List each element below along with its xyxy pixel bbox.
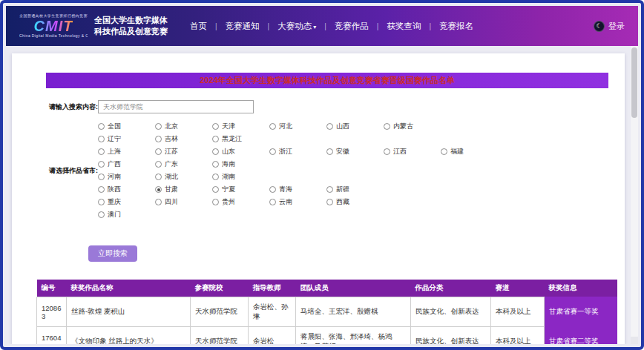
column-header: 团队成员 (296, 280, 411, 297)
province-option[interactable]: 青海 (269, 185, 326, 194)
province-option[interactable]: 福建 (441, 147, 498, 156)
province-option[interactable]: 内蒙古 (384, 122, 441, 131)
province-option-label: 贵州 (222, 197, 235, 207)
table-cell: 天水师范学院 (191, 327, 249, 345)
province-option[interactable]: 山西 (326, 122, 384, 131)
radio-icon (441, 148, 447, 155)
table-cell: 《文物印象 丝路上的天水》 (67, 327, 191, 345)
radio-icon (155, 174, 162, 180)
search-input[interactable] (98, 100, 254, 113)
radio-icon (384, 123, 390, 130)
province-option-label: 澳门 (108, 210, 121, 219)
radio-icon (269, 199, 276, 205)
site-title-line2: 科技作品及创意竞赛 (94, 26, 168, 37)
province-option[interactable]: 河北 (269, 122, 326, 131)
site-title-line1: 全国大学生数字媒体 (94, 15, 168, 26)
province-option[interactable]: 广东 (155, 159, 212, 169)
radio-icon (269, 148, 276, 155)
province-option[interactable]: 浙江 (269, 147, 326, 156)
column-header: 编号 (37, 280, 67, 297)
province-option[interactable]: 黑龙江 (212, 134, 269, 144)
province-option[interactable]: 陕西 (98, 185, 155, 194)
province-option-label: 重庆 (108, 197, 121, 207)
table-cell: 本科及以上 (491, 297, 545, 327)
radio-icon (212, 136, 219, 142)
radio-icon (155, 123, 162, 130)
table-cell: 余岩松、孙琳 (249, 297, 296, 327)
logo-tagline-bottom: China Digital Media Technology & Creativ… (19, 33, 88, 39)
province-option[interactable]: 贵州 (212, 197, 269, 207)
table-cell: 民族文化、创新表达 (411, 327, 491, 345)
radio-icon (98, 199, 105, 205)
province-option[interactable]: 宁夏 (212, 185, 269, 194)
results-table: 编号获奖作品名称参赛院校指导教师团队成员作品分类赛道获奖信息 120863丝路-… (36, 280, 617, 344)
table-row: 120863丝路-敦煌 麦积山天水师范学院余岩松、孙琳马培全、王宏洋、殷赠棋民族… (37, 297, 617, 327)
province-option[interactable]: 江苏 (155, 147, 212, 156)
main-nav: 首页|竞赛通知|大赛动态▾|竞赛作品|获奖查询|竞赛报名 (190, 21, 473, 32)
nav-separator: | (268, 22, 270, 30)
province-option-label: 北京 (165, 122, 178, 131)
province-option-label: 宁夏 (222, 185, 235, 194)
province-option[interactable]: 辽宁 (98, 134, 155, 144)
province-option-label: 河南 (108, 172, 121, 182)
province-row: 辽宁吉林黑龙江 (98, 134, 498, 144)
table-cell: 本科及以上 (491, 327, 545, 345)
province-row: 全国北京天津河北山西内蒙古 (98, 122, 498, 131)
province-option[interactable]: 上海 (98, 147, 155, 156)
moon-icon[interactable]: ☾ (594, 21, 605, 32)
site-logo[interactable]: 全国普通高校大学生竞赛排行榜内竞赛项目 CMIT China Digital M… (19, 13, 168, 39)
table-cell: 马培全、王宏洋、殷赠棋 (296, 297, 411, 327)
province-option[interactable]: 海南 (212, 159, 269, 169)
province-option[interactable]: 吉林 (155, 134, 212, 144)
province-option[interactable]: 山东 (212, 147, 269, 156)
scrollbar-thumb[interactable] (631, 47, 637, 118)
page-title: 2024年全国大学生数字媒体科技作品及创意竞赛省赛晋级国赛作品名单 (46, 73, 608, 88)
search-button[interactable]: 立即搜索 (88, 245, 137, 262)
radio-icon (98, 148, 105, 155)
nav-item-4[interactable]: 获奖查询 (387, 21, 421, 32)
nav-separator: | (377, 22, 379, 30)
radio-icon (98, 186, 105, 193)
province-option-label: 四川 (165, 197, 178, 207)
content-card: 2024年全国大学生数字媒体科技作品及创意竞赛省赛晋级国赛作品名单 请输入搜索内… (12, 53, 625, 344)
table-cell: 蒋晨阳、张海、邢泽琦、杨鸿涛、马若行 (296, 327, 411, 345)
award-cell: 甘肃省赛一等奖 (545, 297, 617, 327)
column-header: 参赛院校 (191, 280, 249, 297)
table-cell: 民族文化、创新表达 (411, 297, 491, 327)
nav-item-0[interactable]: 首页 (190, 21, 207, 32)
province-option[interactable]: 湖北 (155, 172, 212, 182)
table-header-row: 编号获奖作品名称参赛院校指导教师团队成员作品分类赛道获奖信息 (37, 280, 617, 297)
province-option-label: 青海 (279, 185, 292, 194)
radio-icon (212, 123, 219, 130)
province-option[interactable]: 安徽 (326, 147, 384, 156)
province-option[interactable]: 湖南 (212, 172, 269, 182)
province-option[interactable]: 新疆 (326, 185, 384, 194)
table-cell: 天水师范学院 (191, 297, 249, 327)
province-option[interactable]: 天津 (212, 122, 269, 131)
search-input-label: 请输入搜索内容: (49, 102, 98, 112)
province-option-label: 福建 (450, 147, 464, 156)
province-grid: 全国北京天津河北山西内蒙古辽宁吉林黑龙江上海江苏山东浙江安徽江西福建广西广东海南… (98, 122, 498, 219)
province-option[interactable]: 西藏 (326, 197, 384, 207)
province-option[interactable]: 重庆 (98, 197, 155, 207)
province-option[interactable]: 甘肃 (155, 185, 212, 194)
table-cell: 120863 (37, 297, 67, 327)
province-option-label: 内蒙古 (393, 122, 413, 131)
province-option[interactable]: 北京 (155, 122, 212, 131)
login-area[interactable]: ☾ 登录 (594, 21, 625, 32)
province-option[interactable]: 云南 (269, 197, 326, 207)
radio-icon (98, 174, 105, 180)
nav-item-3[interactable]: 竞赛作品 (335, 21, 369, 32)
province-option[interactable]: 江西 (384, 147, 441, 156)
nav-item-2[interactable]: 大赛动态▾ (277, 21, 316, 32)
nav-item-5[interactable]: 竞赛报名 (439, 21, 473, 32)
province-option[interactable]: 澳门 (98, 210, 155, 219)
radio-icon (98, 123, 105, 130)
nav-item-1[interactable]: 竞赛通知 (226, 21, 260, 32)
province-option[interactable]: 广西 (98, 159, 155, 169)
province-option-label: 甘肃 (165, 185, 178, 194)
province-option[interactable]: 全国 (98, 122, 155, 131)
vertical-scrollbar[interactable] (631, 46, 638, 337)
province-option[interactable]: 四川 (155, 197, 212, 207)
province-option[interactable]: 河南 (98, 172, 155, 182)
